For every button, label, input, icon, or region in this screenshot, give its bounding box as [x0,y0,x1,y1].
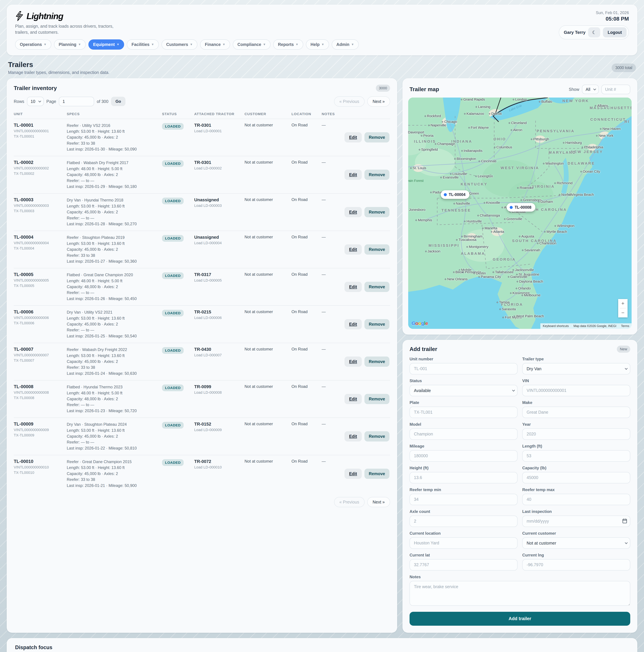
remove-button[interactable]: Remove [364,469,389,479]
reefer-temp-min-field[interactable] [410,494,518,505]
next-page-button-bottom[interactable]: Next » [367,497,390,507]
remove-button[interactable]: Remove [364,244,389,254]
zoom-out-button[interactable]: − [618,308,627,318]
year-field[interactable] [522,428,630,440]
notes-textarea[interactable] [410,581,630,606]
nav-item-finance[interactable]: Finance▼ [200,39,230,50]
city-label: Wilmington [555,224,574,228]
add-trailer-button[interactable]: Add trailer [410,612,630,626]
remove-button[interactable]: Remove [364,207,389,217]
previous-page-button-bottom[interactable]: « Previous [334,497,365,507]
unit-number-field[interactable] [410,363,518,375]
current-location-field[interactable] [410,537,518,549]
city-label: Panama City [479,275,501,279]
tractor-id: TR-0215 [194,309,242,315]
edit-button[interactable]: Edit [344,170,362,180]
remove-button[interactable]: Remove [364,282,389,292]
chevron-down-icon: ▼ [295,43,299,46]
edit-button[interactable]: Edit [344,207,362,217]
unit-plate: TX-TL00009 [14,433,64,437]
nav-item-facilities[interactable]: Facilities▼ [127,39,159,50]
city-dot-icon [503,317,504,318]
map-show-select[interactable]: All [582,85,599,94]
zoom-in-button[interactable]: + [618,299,627,308]
spec-inspection: Last insp: 2026-01-29 · Mileage: 50,180 [67,184,159,190]
table-row: TL-00004 VINTL000000000004 TX-TL00004 Re… [14,230,390,268]
google-map[interactable]: ILLINOISINDIANAOHIOPENNSYLVANIANEW YORKM… [408,98,632,329]
spec-reefer: Reefer: — to — [67,327,159,333]
terms-link[interactable]: Terms [619,323,632,329]
capacity-lb-field[interactable] [522,472,630,483]
city-label: Savannah [522,248,540,252]
edit-button[interactable]: Edit [344,282,362,292]
status-select[interactable]: Available [410,385,518,396]
nav-item-operations[interactable]: Operations▼ [15,39,51,50]
remove-button[interactable]: Remove [364,431,389,441]
plate-field[interactable] [410,407,518,418]
inventory-count-badge: 3000 [376,85,390,92]
height-ft-field[interactable] [410,472,518,483]
trailer-marker-tl-00004[interactable]: TL-00004 [441,190,470,199]
trailer-type-select[interactable]: Dry Van [522,363,630,375]
reefer-temp-max-field[interactable] [522,494,630,505]
remove-button[interactable]: Remove [364,394,389,404]
edit-button[interactable]: Edit [344,244,362,254]
vin-field[interactable] [522,385,630,396]
current-lat-field[interactable] [410,559,518,571]
length-ft-field[interactable] [522,450,630,462]
city-label: Lexington [475,174,493,178]
state-label: VIRGINIA [532,184,555,189]
remove-button[interactable]: Remove [364,356,389,367]
nav-item-customers[interactable]: Customers▼ [161,39,198,50]
city-label: Grand Rapids [461,98,485,101]
spec-inspection: Last insp: 2026-01-27 · Mileage: 50,360 [67,259,159,264]
remove-button[interactable]: Remove [364,170,389,180]
last-inspection-field[interactable] [522,516,630,527]
edit-button[interactable]: Edit [344,132,362,142]
spec-type: Reefer · Great Dane Champion 2015 [67,459,159,465]
remove-button[interactable]: Remove [364,132,389,142]
make-field[interactable] [522,407,630,418]
edit-button[interactable]: Edit [344,394,362,404]
city-dot-icon [464,221,466,222]
keyboard-shortcuts-link[interactable]: Keyboard shortcuts [540,323,571,329]
spec-reefer: Reefer: — to — [67,215,159,221]
map-unit-filter-input[interactable] [601,85,630,94]
next-page-button-top[interactable]: Next » [367,97,390,107]
current-customer-select[interactable]: Not at customer [522,537,630,549]
field-label: VIN [522,378,630,383]
axle-count-field[interactable] [410,516,518,527]
nav-item-admin[interactable]: Admin▼ [332,39,359,50]
nav-item-help[interactable]: Help▼ [306,39,329,50]
go-button[interactable]: Go [111,97,125,106]
nav-item-equipment[interactable]: Equipment▼ [88,39,124,50]
edit-button[interactable]: Edit [344,319,362,329]
trailer-marker-tl-00008[interactable]: TL-00008 [507,203,536,212]
model-field[interactable] [410,428,518,440]
logout-button[interactable]: Logout [603,27,626,37]
edit-button[interactable]: Edit [344,431,362,441]
notes-cell: — [322,459,338,464]
nav-item-reports[interactable]: Reports▼ [273,39,303,50]
page-number-input[interactable] [59,97,94,106]
city-label: Sarasota [499,307,516,311]
previous-page-button-top[interactable]: « Previous [334,97,365,107]
city-dot-icon [517,187,519,189]
spec-type: Reefer · Wabash Dry Freight 2022 [67,347,159,353]
current-lng-field[interactable] [522,559,630,571]
city-label: St. Louis [410,166,426,170]
unit-plate: TX-TL00008 [14,396,64,400]
dark-mode-toggle[interactable]: ☾ [588,27,600,37]
rows-per-page-select[interactable]: 10 [27,97,44,106]
mileage-field[interactable] [410,450,518,462]
unit-vin: VINTL000000000001 [14,129,64,133]
edit-button[interactable]: Edit [344,356,362,367]
chevron-down-icon: ▼ [223,43,225,46]
nav-item-planning[interactable]: Planning▼ [54,39,86,50]
chevron-down-icon: ▼ [117,43,120,46]
edit-button[interactable]: Edit [344,469,362,479]
nav-item-compliance[interactable]: Compliance▼ [233,39,271,50]
chevron-down-icon: ▼ [351,43,354,46]
remove-button[interactable]: Remove [364,319,389,329]
city-dot-icon [555,225,556,226]
